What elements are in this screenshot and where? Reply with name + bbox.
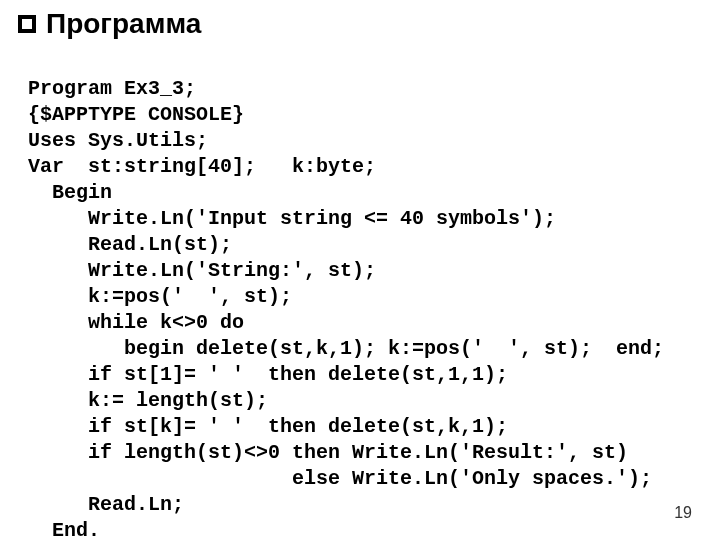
code-line: Program Ex3_3; (28, 77, 196, 100)
code-line: if length(st)<>0 then Write.Ln('Result:'… (28, 441, 628, 464)
code-line: Write.Ln('Input string <= 40 symbols'); (28, 207, 556, 230)
code-line: Var st:string[40]; k:byte; (28, 155, 376, 178)
code-line: if st[k]= ' ' then delete(st,k,1); (28, 415, 508, 438)
bullet-icon (18, 15, 36, 33)
code-line: Read.Ln; (28, 493, 184, 516)
code-line: k:= length(st); (28, 389, 268, 412)
code-line: Uses Sys.Utils; (28, 129, 208, 152)
slide: Программа Program Ex3_3; {$APPTYPE CONSO… (0, 0, 720, 540)
title-row: Программа (28, 8, 700, 40)
code-line: while k<>0 do (28, 311, 244, 334)
page-number: 19 (674, 504, 692, 522)
code-line: Read.Ln(st); (28, 233, 232, 256)
code-line: {$APPTYPE CONSOLE} (28, 103, 244, 126)
slide-title: Программа (46, 8, 201, 40)
code-line: k:=pos(' ', st); (28, 285, 292, 308)
code-line: begin delete(st,k,1); k:=pos(' ', st); e… (28, 337, 664, 360)
code-line: Write.Ln('String:', st); (28, 259, 376, 282)
code-line: Begin (28, 181, 112, 204)
code-block: Program Ex3_3; {$APPTYPE CONSOLE} Uses S… (28, 50, 700, 540)
code-line: End. (28, 519, 100, 540)
code-line: else Write.Ln('Only spaces.'); (28, 467, 652, 490)
code-line: if st[1]= ' ' then delete(st,1,1); (28, 363, 508, 386)
